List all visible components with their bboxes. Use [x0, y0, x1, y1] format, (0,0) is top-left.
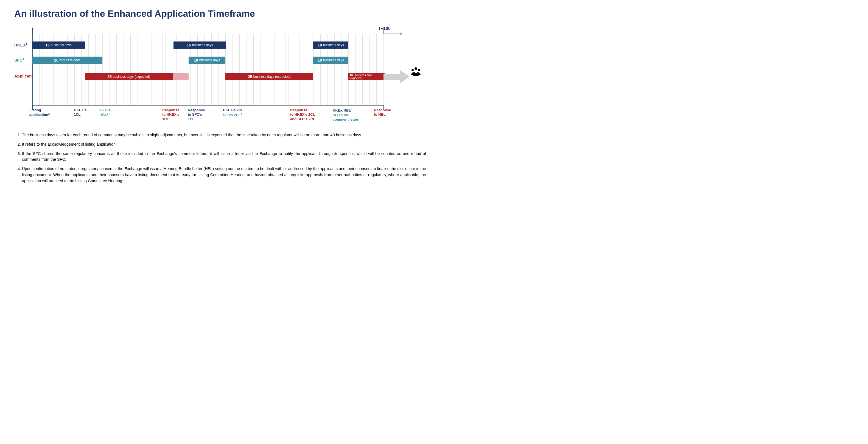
lane-label-applicant: Applicant — [14, 73, 33, 78]
people-icon — [410, 67, 422, 80]
lane-label-hkex: HKEX1 — [14, 42, 27, 47]
bar-sfc-1: 20business days — [32, 57, 102, 64]
axis-label-t100: T+100 — [378, 26, 391, 31]
bar-hkex-3: 10business days — [313, 41, 348, 49]
bar-sfc-2: 10business days — [189, 57, 225, 64]
big-arrow-icon — [383, 69, 409, 84]
timeline-chart: T T+100 HKEX1 SFC1 Applicant 15business … — [14, 26, 393, 124]
svg-marker-1 — [400, 32, 403, 35]
milestone-resp-hkex-1cl: Responseto HKEX's1CL — [162, 108, 179, 121]
lane-label-sfc: SFC1 — [14, 57, 24, 62]
milestone-hkex-1cl: HKEX's1CL — [74, 108, 87, 117]
svg-point-5 — [418, 69, 420, 71]
milestone-resp-sfc-1cl: Responseto SFC's1CL — [188, 108, 205, 121]
footnotes: The business days taken for each round o… — [14, 132, 426, 184]
note-4: Upon confirmation of no material regulat… — [22, 166, 426, 184]
note-2: It refers to the acknowledgement of list… — [22, 142, 426, 148]
bar-app-overlap — [173, 73, 189, 80]
milestone-sfc-1cl: SFC's1CL3 — [100, 108, 110, 117]
axis-label-t: T — [32, 26, 34, 31]
svg-point-3 — [414, 67, 417, 70]
bar-app-2: 25business days (expected) — [225, 73, 313, 80]
axis-top — [32, 34, 383, 34]
milestone-2cl: HKEX's 2CLSFC's 2CL3 — [223, 108, 244, 117]
axis-bottom — [32, 105, 383, 106]
bar-app-3: 10 business days(expected) — [348, 73, 384, 80]
bar-hkex-2: 15business days — [174, 41, 226, 49]
milestone-resp-hbl: Responseto HBL — [374, 108, 391, 117]
bar-hkex-1: 15business days — [32, 41, 85, 49]
svg-marker-2 — [383, 70, 409, 83]
svg-point-4 — [411, 69, 414, 71]
milestone-listing-application: Listingapplication2 — [29, 108, 50, 117]
milestone-resp-2cl: Responseto HKEX's 2CLand SFC's 2CL — [290, 108, 315, 121]
bar-sfc-3: 10business days — [313, 57, 348, 64]
arrow-right-icon — [383, 32, 403, 36]
page-title: An illustration of the Enhanced Applicat… — [14, 8, 426, 19]
bar-app-1: 25business days (expected) — [85, 73, 173, 80]
note-1: The business days taken for each round o… — [22, 132, 426, 138]
milestone-hbl: HKEX HBL4SFC's nocomment letter — [333, 108, 358, 122]
note-3: If the SFC shares the same regulatory co… — [22, 151, 426, 163]
